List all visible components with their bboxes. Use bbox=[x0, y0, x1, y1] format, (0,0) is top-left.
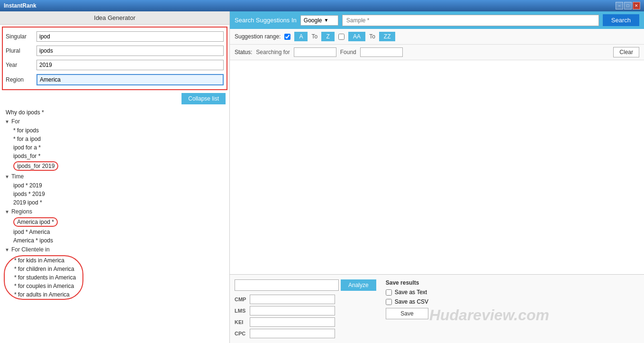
cpc-label: CPC bbox=[235, 331, 246, 336]
highlighted-for-2019: ipods_for 2019 bbox=[13, 161, 58, 171]
list-item-clientele-4[interactable]: * for couples in America bbox=[12, 282, 78, 290]
singular-input[interactable] bbox=[36, 31, 224, 42]
bottom-panel: Analyze CMP LMS KEI CPC Save results bbox=[230, 274, 644, 343]
results-area bbox=[230, 60, 644, 274]
plural-label: Plural bbox=[6, 47, 36, 54]
engine-select[interactable]: Google ▼ bbox=[300, 15, 338, 26]
analyze-button[interactable]: Analyze bbox=[341, 279, 376, 291]
arrow-time: ▼ bbox=[5, 174, 9, 179]
list-item-time-1[interactable]: ipod * 2019 bbox=[11, 181, 226, 190]
ideas-list: Why do ipods * ▼ For * for ipods * for a… bbox=[0, 106, 229, 343]
section-time-label: Time bbox=[11, 173, 24, 180]
year-label: Year bbox=[6, 62, 36, 68]
maximize-button[interactable]: □ bbox=[624, 2, 632, 9]
collapse-list-button[interactable]: Collapse list bbox=[181, 93, 226, 104]
title-bar-controls: − □ ✕ bbox=[616, 2, 640, 9]
section-clientele-label: For Clientele in bbox=[11, 246, 50, 253]
cmp-input[interactable] bbox=[250, 295, 335, 304]
range-btn-a[interactable]: A bbox=[294, 32, 308, 41]
found-label: Found bbox=[340, 49, 356, 56]
title-bar: InstantRank − □ ✕ bbox=[0, 0, 644, 11]
plural-row: Plural bbox=[5, 44, 225, 58]
save-as-csv-option[interactable]: Save as CSV bbox=[386, 298, 428, 305]
search-text-input[interactable] bbox=[342, 15, 599, 26]
region-input[interactable] bbox=[36, 74, 224, 85]
section-time[interactable]: ▼ Time bbox=[4, 172, 226, 181]
suggestion-range-label: Suggestion range: bbox=[235, 33, 281, 40]
searching-for-input[interactable] bbox=[294, 47, 336, 57]
list-item-for-3[interactable]: ipod for a * bbox=[11, 143, 226, 152]
left-panel: Idea Generator Singular Plural Year Regi… bbox=[0, 11, 230, 343]
searching-for-label: Searching for bbox=[256, 49, 290, 56]
search-button[interactable]: Search bbox=[603, 14, 639, 26]
cpc-input[interactable] bbox=[250, 329, 335, 338]
list-item-for-4[interactable]: ipods_for * bbox=[11, 152, 226, 160]
clear-button[interactable]: Clear bbox=[613, 47, 639, 57]
checkbox-aa-item bbox=[338, 34, 345, 40]
save-section: Save results Save as Text Save as CSV Sa… bbox=[386, 279, 428, 319]
app-title: InstantRank bbox=[4, 2, 36, 9]
highlighted-america-ipod: America ipod * bbox=[13, 217, 58, 227]
right-panel: Search Suggestions In Google ▼ Search Su… bbox=[230, 11, 644, 343]
analyze-section: Analyze CMP LMS KEI CPC bbox=[235, 279, 376, 338]
singular-row: Singular bbox=[5, 29, 225, 44]
found-input[interactable] bbox=[360, 47, 403, 57]
lms-input[interactable] bbox=[250, 306, 335, 315]
save-as-text-option[interactable]: Save as Text bbox=[386, 289, 428, 296]
save-as-csv-checkbox[interactable] bbox=[386, 299, 392, 305]
title-bar-left: InstantRank bbox=[4, 2, 36, 9]
plural-input[interactable] bbox=[36, 46, 224, 56]
checkbox-a[interactable] bbox=[284, 34, 290, 40]
list-item-region-3[interactable]: America * ipods bbox=[11, 236, 226, 245]
arrow-for: ▼ bbox=[5, 119, 9, 124]
year-input[interactable] bbox=[36, 60, 224, 70]
save-results-title: Save results bbox=[386, 279, 428, 286]
list-item-why[interactable]: Why do ipods * bbox=[4, 108, 226, 117]
list-item-region-2[interactable]: ipod * America bbox=[11, 228, 226, 236]
section-clientele[interactable]: ▼ For Clientele in bbox=[4, 245, 226, 254]
arrow-regions: ▼ bbox=[5, 209, 9, 214]
save-as-text-label: Save as Text bbox=[395, 289, 427, 296]
list-item-clientele-1[interactable]: * for kids in America bbox=[12, 256, 78, 265]
list-item-clientele-3[interactable]: * for students in America bbox=[12, 273, 78, 282]
list-item-clientele-5[interactable]: * for adults in America bbox=[12, 290, 78, 299]
idea-generator-form: Singular Plural Year Region bbox=[2, 27, 227, 90]
list-item-time-3[interactable]: 2019 ipod * bbox=[11, 198, 226, 207]
status-label: Status: bbox=[235, 49, 252, 56]
list-item-for-5[interactable]: ipods_for 2019 bbox=[11, 160, 60, 172]
checkbox-aa[interactable] bbox=[338, 34, 345, 40]
save-as-text-checkbox[interactable] bbox=[386, 289, 392, 296]
list-item-clientele-2[interactable]: * for children in America bbox=[12, 265, 78, 273]
arrow-clientele: ▼ bbox=[5, 247, 9, 252]
list-item-region-1[interactable]: America ipod * bbox=[11, 216, 226, 228]
search-bar: Search Suggestions In Google ▼ Search bbox=[230, 11, 644, 29]
to-label-2: To bbox=[369, 33, 375, 40]
close-button[interactable]: ✕ bbox=[633, 2, 640, 9]
list-item-for-1[interactable]: * for ipods bbox=[11, 126, 226, 135]
cmp-label: CMP bbox=[235, 297, 246, 302]
to-label-1: To bbox=[311, 33, 317, 40]
section-regions-label: Regions bbox=[11, 208, 32, 215]
list-item-time-2[interactable]: ipods * 2019 bbox=[11, 190, 226, 198]
list-item-for-2[interactable]: * for a ipod bbox=[11, 135, 226, 143]
range-btn-z[interactable]: Z bbox=[321, 32, 335, 41]
search-suggestions-label: Search Suggestions In bbox=[235, 17, 297, 24]
range-btn-zz[interactable]: ZZ bbox=[379, 32, 396, 41]
save-as-csv-label: Save as CSV bbox=[395, 298, 428, 305]
options-bar: Suggestion range: A To Z AA To ZZ bbox=[230, 29, 644, 45]
region-label: Region bbox=[6, 76, 36, 83]
main-layout: Idea Generator Singular Plural Year Regi… bbox=[0, 11, 644, 343]
kei-label: KEI bbox=[235, 319, 246, 325]
kei-input[interactable] bbox=[250, 317, 335, 327]
idea-generator-header: Idea Generator bbox=[0, 11, 229, 25]
analyze-input[interactable] bbox=[235, 279, 339, 291]
minimize-button[interactable]: − bbox=[616, 2, 623, 9]
range-btn-aa[interactable]: AA bbox=[348, 32, 365, 41]
engine-dropdown-icon: ▼ bbox=[324, 18, 329, 23]
section-for[interactable]: ▼ For bbox=[4, 117, 226, 126]
save-button[interactable]: Save bbox=[386, 308, 428, 319]
singular-label: Singular bbox=[6, 33, 36, 40]
year-row: Year bbox=[5, 58, 225, 72]
section-regions[interactable]: ▼ Regions bbox=[4, 207, 226, 216]
region-row: Region bbox=[5, 72, 225, 87]
